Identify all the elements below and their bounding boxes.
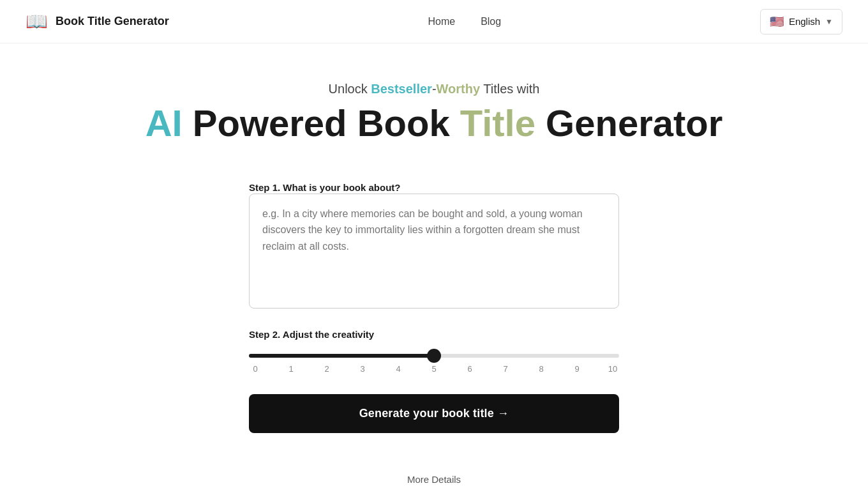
- slider-labels: 0 1 2 3 4 5 6 7 8 9 10: [249, 364, 619, 374]
- flag-icon: 🇺🇸: [770, 15, 784, 29]
- title-powered: Powered: [183, 102, 357, 144]
- slider-tick-10: 10: [606, 364, 619, 374]
- hero-title: AI Powered Book Title Generator: [13, 103, 855, 144]
- language-label: English: [789, 16, 820, 27]
- slider-tick-4: 4: [392, 364, 405, 374]
- creativity-slider[interactable]: [249, 354, 619, 358]
- subtitle-worthy: Worthy: [437, 82, 481, 96]
- slider-tick-3: 3: [356, 364, 369, 374]
- nav-blog[interactable]: Blog: [481, 16, 501, 27]
- language-selector[interactable]: 🇺🇸 English ▼: [760, 9, 842, 34]
- nav-home[interactable]: Home: [428, 16, 455, 27]
- navbar-center: Home Blog: [428, 16, 501, 27]
- slider-tick-7: 7: [499, 364, 512, 374]
- generate-button[interactable]: Generate your book title →: [249, 394, 619, 433]
- main-content: Step 1. What is your book about? Step 2.…: [236, 169, 632, 459]
- slider-tick-2: 2: [320, 364, 333, 374]
- book-description-input[interactable]: [249, 194, 619, 309]
- brand-name: Book Title Generator: [56, 15, 169, 28]
- subtitle-prefix: Unlock: [329, 82, 371, 96]
- subtitle-bestseller: Bestseller: [371, 82, 432, 96]
- slider-tick-0: 0: [249, 364, 262, 374]
- step1-label: Step 1. What is your book about?: [249, 182, 401, 193]
- hero-section: Unlock Bestseller-Worthy Titles with AI …: [0, 43, 868, 169]
- more-details-section: More Details: [0, 459, 868, 488]
- more-details-label[interactable]: More Details: [407, 474, 461, 485]
- hero-subtitle: Unlock Bestseller-Worthy Titles with: [13, 82, 855, 96]
- subtitle-hyphen: -: [432, 82, 437, 96]
- title-book: Book: [357, 102, 460, 144]
- slider-tick-8: 8: [535, 364, 548, 374]
- slider-tick-6: 6: [463, 364, 476, 374]
- slider-tick-1: 1: [285, 364, 297, 374]
- chevron-down-icon: ▼: [825, 17, 833, 26]
- slider-container: 0 1 2 3 4 5 6 7 8 9 10: [249, 349, 619, 374]
- step2-label: Step 2. Adjust the creativity: [249, 329, 619, 340]
- title-generator: Generator: [535, 102, 722, 144]
- navbar: 📖 Book Title Generator Home Blog 🇺🇸 Engl…: [0, 0, 868, 43]
- navbar-left: 📖 Book Title Generator: [26, 11, 169, 32]
- logo-icon: 📖: [26, 11, 48, 32]
- title-ai: AI: [146, 102, 183, 144]
- subtitle-suffix: Titles with: [480, 82, 539, 96]
- slider-tick-9: 9: [571, 364, 583, 374]
- title-title: Title: [460, 102, 535, 144]
- slider-tick-5: 5: [428, 364, 440, 374]
